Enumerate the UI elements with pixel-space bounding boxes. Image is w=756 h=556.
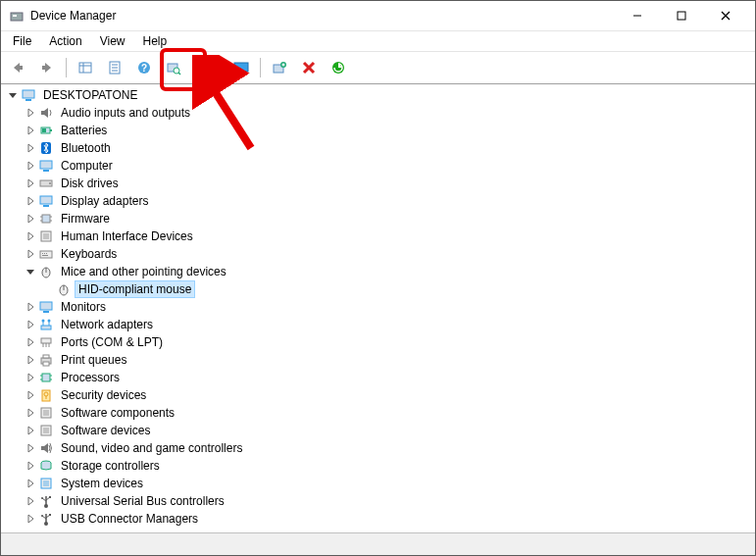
tree-category[interactable]: Audio inputs and outputs xyxy=(5,104,751,122)
close-button[interactable] xyxy=(703,2,747,29)
menu-view[interactable]: View xyxy=(92,32,133,50)
chevron-right-icon[interactable] xyxy=(25,460,36,472)
menu-action[interactable]: Action xyxy=(41,32,89,50)
tree-category[interactable]: Firmware xyxy=(5,210,751,227)
tree-device-label: HID-compliant mouse xyxy=(76,281,194,297)
menu-file[interactable]: File xyxy=(5,32,39,50)
chevron-right-icon[interactable] xyxy=(25,107,36,119)
svg-rect-71 xyxy=(42,255,48,256)
svg-marker-77 xyxy=(28,303,33,311)
update-driver-button[interactable] xyxy=(199,55,225,80)
svg-rect-58 xyxy=(42,215,50,223)
svg-point-53 xyxy=(49,182,51,184)
tree-category[interactable]: Ports (COM & LPT) xyxy=(5,333,751,351)
chevron-right-icon[interactable] xyxy=(25,142,36,154)
chevron-right-icon[interactable] xyxy=(25,301,36,313)
tree-root[interactable]: DESKTOPATONE xyxy=(5,86,751,104)
tree-category-label: Disk drives xyxy=(58,176,122,191)
chevron-right-icon[interactable] xyxy=(25,354,36,366)
tree-category[interactable]: Print queues xyxy=(5,351,751,369)
svg-rect-93 xyxy=(43,355,49,358)
svg-rect-26 xyxy=(238,73,244,75)
security-icon xyxy=(38,387,54,403)
battery-icon xyxy=(38,123,54,138)
tree-category[interactable]: Monitors xyxy=(5,298,751,316)
chevron-right-icon[interactable] xyxy=(25,177,36,189)
tree-category[interactable]: USB Connector Managers xyxy=(5,510,751,528)
tree-category[interactable]: Storage controllers xyxy=(5,457,751,475)
tree-category[interactable]: System devices xyxy=(5,475,751,492)
chevron-right-icon[interactable] xyxy=(25,407,36,419)
chevron-right-icon[interactable] xyxy=(25,248,36,260)
chevron-right-icon[interactable] xyxy=(25,442,36,454)
svg-marker-118 xyxy=(28,497,33,505)
svg-point-85 xyxy=(48,320,51,323)
refresh-button[interactable] xyxy=(326,55,351,80)
add-hardware-button[interactable] xyxy=(267,55,292,80)
chevron-right-icon[interactable] xyxy=(25,425,36,436)
tree-device[interactable]: HID-compliant mouse xyxy=(5,280,751,298)
svg-point-130 xyxy=(41,515,43,517)
tree-category[interactable]: Keyboards xyxy=(5,245,751,263)
svg-marker-37 xyxy=(9,93,17,98)
chevron-right-icon[interactable] xyxy=(25,319,36,330)
svg-rect-9 xyxy=(42,66,45,70)
statusbar xyxy=(1,532,755,555)
chevron-right-icon[interactable] xyxy=(25,513,36,525)
chevron-right-icon[interactable] xyxy=(25,372,36,383)
tree-category-label: Sound, video and game controllers xyxy=(58,440,245,456)
properties-button[interactable] xyxy=(102,55,127,80)
uninstall-button[interactable] xyxy=(296,55,322,80)
tree-category[interactable]: Network adapters xyxy=(5,316,751,333)
tree-category-label: Software devices xyxy=(58,423,153,438)
svg-text:?: ? xyxy=(141,63,147,74)
forward-button[interactable] xyxy=(34,55,60,80)
cpu-icon xyxy=(38,370,54,385)
chevron-down-icon[interactable] xyxy=(7,89,19,101)
tree-category[interactable]: Computer xyxy=(5,157,751,175)
svg-marker-91 xyxy=(28,356,33,364)
tree-category-label: System devices xyxy=(58,476,146,491)
minimize-button[interactable] xyxy=(615,2,659,29)
enable-device-button[interactable] xyxy=(228,55,254,80)
svg-marker-125 xyxy=(28,515,33,523)
tree-category[interactable]: Universal Serial Bus controllers xyxy=(5,492,751,510)
chevron-right-icon[interactable] xyxy=(25,336,36,348)
svg-marker-86 xyxy=(28,338,33,346)
chevron-right-icon[interactable] xyxy=(25,478,36,489)
tree-category[interactable]: Disk drives xyxy=(5,175,751,192)
chevron-right-icon[interactable] xyxy=(25,389,36,401)
chevron-right-icon[interactable] xyxy=(25,160,36,172)
tree-category[interactable]: Processors xyxy=(5,369,751,386)
maximize-button[interactable] xyxy=(659,2,703,29)
svg-rect-78 xyxy=(40,302,52,310)
tree-category[interactable]: Security devices xyxy=(5,386,751,404)
device-tree[interactable]: DESKTOPATONEAudio inputs and outputsBatt… xyxy=(1,84,755,532)
usb-icon xyxy=(38,493,54,509)
svg-marker-54 xyxy=(28,197,33,205)
menu-help[interactable]: Help xyxy=(135,32,176,50)
show-hidden-button[interactable] xyxy=(73,55,98,80)
toolbar-separator xyxy=(66,58,67,77)
chevron-right-icon[interactable] xyxy=(25,195,36,207)
chevron-right-icon[interactable] xyxy=(25,230,36,242)
tree-category[interactable]: Software devices xyxy=(5,422,751,439)
tree-category[interactable]: Mice and other pointing devices xyxy=(5,263,751,280)
scan-button[interactable] xyxy=(161,55,186,80)
chevron-right-icon[interactable] xyxy=(25,125,36,136)
tree-category-label: Audio inputs and outputs xyxy=(58,105,193,121)
svg-point-24 xyxy=(214,63,219,68)
help-button[interactable]: ? xyxy=(131,55,157,80)
tree-category[interactable]: Display adapters xyxy=(5,192,751,210)
tree-category[interactable]: Bluetooth xyxy=(5,139,751,157)
tree-category[interactable]: Sound, video and game controllers xyxy=(5,439,751,457)
toolbar-separator xyxy=(192,58,193,77)
chevron-right-icon[interactable] xyxy=(25,213,36,225)
chevron-right-icon[interactable] xyxy=(25,495,36,507)
softcomp-icon xyxy=(38,405,54,421)
back-button[interactable] xyxy=(5,55,30,80)
tree-category[interactable]: Batteries xyxy=(5,122,751,139)
tree-category[interactable]: Human Interface Devices xyxy=(5,227,751,245)
chevron-down-icon[interactable] xyxy=(25,266,36,278)
tree-category[interactable]: Software components xyxy=(5,404,751,422)
